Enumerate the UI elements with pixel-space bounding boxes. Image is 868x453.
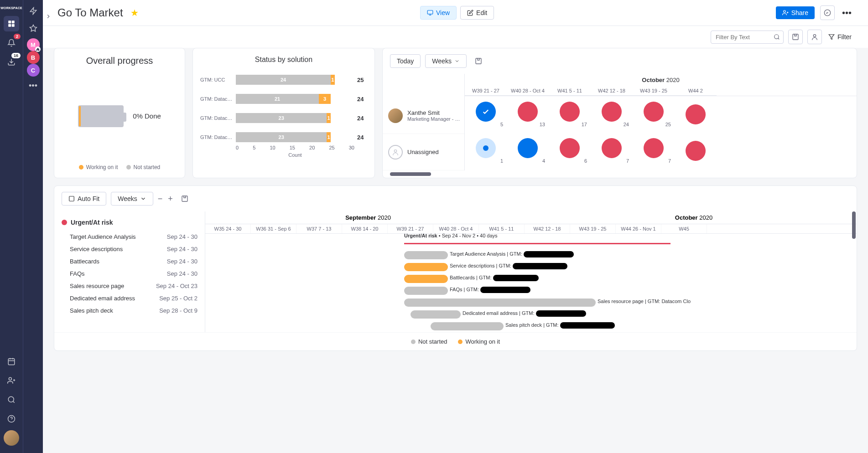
gantt-bar[interactable] bbox=[404, 263, 448, 271]
svg-rect-14 bbox=[69, 196, 74, 201]
gantt-week-header: W40 28 - Oct 4 bbox=[433, 224, 479, 233]
gantt-task-row[interactable]: Sales resource pageSep 24 - Oct 23 bbox=[62, 280, 198, 292]
search-icon[interactable] bbox=[4, 392, 19, 407]
notifications-icon[interactable]: 2 bbox=[4, 35, 19, 51]
timeline-cell[interactable]: 5 bbox=[465, 102, 507, 127]
svg-point-5 bbox=[8, 396, 14, 402]
gantt-task-row[interactable]: FAQsSep 24 - 30 bbox=[62, 268, 198, 280]
timeline-cell[interactable]: 4 bbox=[507, 138, 549, 164]
progress-done-text: 0% Done bbox=[133, 112, 161, 120]
favorites-icon[interactable] bbox=[26, 21, 41, 36]
filter-text-input[interactable] bbox=[711, 31, 784, 44]
help-icon[interactable] bbox=[4, 411, 19, 427]
edit-tab-label: Edit bbox=[476, 9, 487, 16]
timeline-cell[interactable]: 13 bbox=[507, 102, 549, 127]
svg-point-9 bbox=[774, 34, 779, 38]
svg-rect-4 bbox=[8, 359, 15, 365]
person-filter-icon[interactable] bbox=[807, 30, 822, 44]
timeline-cell[interactable]: 7 bbox=[591, 138, 633, 164]
chart-xlabel: Count bbox=[223, 152, 367, 158]
page-title: Go To Market bbox=[57, 6, 123, 19]
boards-icon[interactable] bbox=[4, 16, 19, 31]
workspace-c[interactable]: C bbox=[27, 64, 40, 77]
inbox-icon[interactable]: 16 bbox=[4, 54, 19, 70]
svg-rect-12 bbox=[476, 58, 481, 64]
group-color-dot bbox=[62, 220, 67, 225]
export-icon[interactable] bbox=[471, 54, 486, 68]
timeline-card: Today Weeks Xanthe SmitMarketing Manager… bbox=[382, 48, 857, 178]
edit-tab[interactable]: Edit bbox=[460, 6, 494, 20]
nav-rail: WORKSPACE 2 16 bbox=[0, 0, 23, 453]
invite-icon[interactable] bbox=[4, 373, 19, 388]
gantt-bar[interactable] bbox=[404, 287, 448, 295]
gantt-scale-select[interactable]: Weeks bbox=[111, 192, 153, 206]
timeline-person-row[interactable]: Xanthe SmitMarketing Manager - … bbox=[383, 98, 464, 134]
timeline-month: October 2020 bbox=[465, 74, 857, 86]
timeline-cell[interactable]: 6 bbox=[549, 138, 591, 164]
share-button[interactable]: Share bbox=[776, 6, 815, 19]
inbox-badge: 16 bbox=[11, 53, 21, 58]
gantt-bar[interactable] bbox=[411, 310, 461, 319]
gantt-week-header: W36 31 - Sep 6 bbox=[251, 224, 296, 233]
chart-row: GTM: UCC24125 bbox=[200, 75, 367, 85]
collapse-icon[interactable] bbox=[43, 11, 54, 22]
timeline-week-header: W39 21 - 27 bbox=[465, 86, 507, 96]
more-workspaces-icon[interactable]: ••• bbox=[27, 79, 39, 93]
gantt-card: Auto Fit Weeks −+ Urgent/At risk Target … bbox=[54, 185, 857, 351]
view-tab[interactable]: View bbox=[420, 6, 457, 20]
svg-rect-3 bbox=[12, 24, 15, 27]
timeline-cell[interactable]: 1 bbox=[465, 138, 507, 164]
gantt-bar[interactable] bbox=[404, 251, 448, 259]
calendar-icon[interactable] bbox=[4, 354, 19, 369]
timeline-week-header: W42 12 - 18 bbox=[591, 86, 633, 96]
bolt-icon[interactable] bbox=[26, 4, 41, 18]
zoom-in-button[interactable]: + bbox=[168, 194, 173, 204]
svg-rect-7 bbox=[427, 10, 433, 14]
timeline-cell[interactable] bbox=[675, 141, 717, 161]
gantt-week-header: W39 21 - 27 bbox=[388, 224, 433, 233]
brand-logo: WORKSPACE bbox=[0, 4, 23, 12]
gantt-week-header: W38 14 - 20 bbox=[342, 224, 388, 233]
timeline-scale-select[interactable]: Weeks bbox=[425, 54, 467, 68]
gantt-group-header[interactable]: Urgent/At risk bbox=[62, 211, 198, 231]
filter-button[interactable]: Filter bbox=[826, 33, 853, 41]
activity-icon[interactable] bbox=[820, 5, 835, 20]
timeline-cell[interactable]: 24 bbox=[591, 102, 633, 127]
svg-rect-1 bbox=[12, 21, 15, 23]
gantt-task-row[interactable]: Target Audience AnalysisSep 24 - 30 bbox=[62, 231, 198, 243]
toolbar: Filter bbox=[43, 26, 868, 48]
timeline-cell[interactable] bbox=[675, 104, 717, 124]
gantt-week-header: W42 12 - 18 bbox=[525, 224, 570, 233]
gantt-task-row[interactable]: Dedicated email addressSep 25 - Oct 2 bbox=[62, 292, 198, 304]
save-view-icon[interactable] bbox=[788, 30, 803, 44]
status-chart-card: Status by solution GTM: UCC24125GTM: Dat… bbox=[192, 48, 375, 178]
timeline-person-row[interactable]: Unassigned bbox=[383, 134, 464, 170]
legend-item: Working on it bbox=[458, 338, 500, 345]
timeline-cell[interactable]: 7 bbox=[633, 138, 675, 164]
chart-row: GTM: Datacom…21324 bbox=[200, 94, 367, 104]
more-menu-icon[interactable]: ••• bbox=[840, 8, 853, 18]
timeline-scrollbar[interactable] bbox=[390, 172, 431, 176]
gantt-task-row[interactable]: Service descriptionsSep 24 - 30 bbox=[62, 243, 198, 255]
gantt-export-icon[interactable] bbox=[177, 191, 192, 206]
gantt-bar[interactable] bbox=[404, 275, 448, 283]
unassigned-icon bbox=[388, 145, 403, 160]
today-button[interactable]: Today bbox=[390, 54, 421, 68]
gantt-bar[interactable] bbox=[404, 299, 596, 307]
zoom-out-button[interactable]: − bbox=[158, 194, 163, 204]
timeline-cell[interactable]: 25 bbox=[633, 102, 675, 127]
gantt-task-row[interactable]: Sales pitch deckSep 28 - Oct 9 bbox=[62, 304, 198, 317]
autofit-button[interactable]: Auto Fit bbox=[62, 192, 106, 206]
svg-rect-2 bbox=[8, 24, 11, 27]
gantt-bar[interactable] bbox=[431, 322, 504, 330]
user-avatar[interactable] bbox=[4, 430, 19, 446]
gantt-task-row[interactable]: BattlecardsSep 24 - 30 bbox=[62, 255, 198, 268]
gantt-week-header: W37 7 - 13 bbox=[296, 224, 342, 233]
svg-point-13 bbox=[394, 149, 396, 152]
workspace-m[interactable]: M bbox=[27, 38, 40, 51]
notif-badge: 2 bbox=[14, 34, 21, 39]
timeline-cell[interactable]: 17 bbox=[549, 102, 591, 127]
favorite-star-icon[interactable]: ★ bbox=[130, 7, 139, 18]
chart-row: GTM: Datacom…23124 bbox=[200, 132, 367, 142]
workspace-b[interactable]: B bbox=[27, 51, 40, 64]
